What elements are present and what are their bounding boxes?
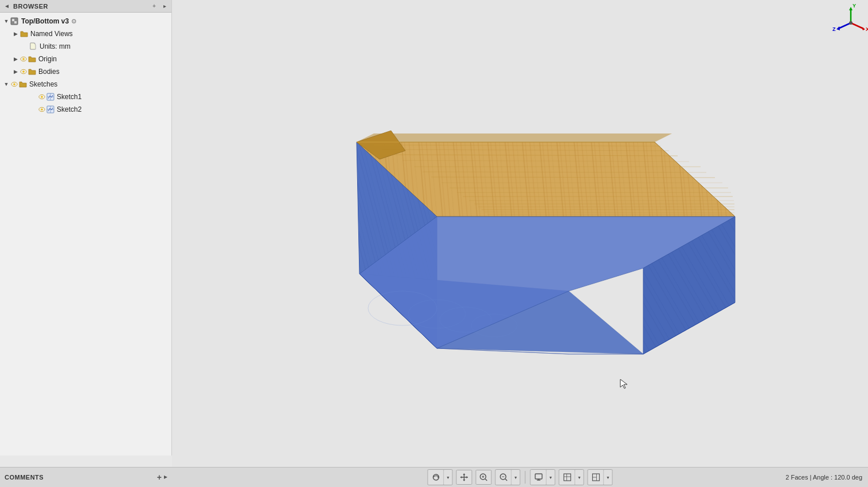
fit-button[interactable]: [496, 470, 512, 485]
svg-text:Y: Y: [853, 3, 856, 9]
fit-dropdown-arrow[interactable]: ▼: [512, 470, 520, 485]
units-doc-icon: [29, 42, 38, 50]
origin-eye-icon[interactable]: [19, 55, 28, 63]
origin-folder-icon: [28, 55, 37, 63]
toolbar-center: ▼: [427, 469, 614, 485]
sketch2-sketch-icon: [46, 105, 55, 113]
comments-add-icon[interactable]: +: [157, 473, 162, 482]
bodies-arrow[interactable]: [11, 68, 19, 76]
root-label: Top/Bottom v3: [21, 17, 69, 25]
bodies-folder-icon: [28, 68, 37, 76]
tree-item-sketch1[interactable]: Sketch1: [0, 91, 171, 103]
svg-line-70: [838, 23, 851, 29]
svg-rect-2: [14, 21, 17, 23]
origin-label: Origin: [38, 55, 57, 63]
svg-marker-78: [460, 476, 462, 478]
bottom-toolbar: ▼: [172, 467, 868, 487]
sketches-eye-icon[interactable]: [10, 80, 18, 88]
sketch2-label: Sketch2: [57, 105, 81, 113]
svg-text:Z: Z: [832, 26, 836, 32]
orbit-button[interactable]: [428, 470, 444, 485]
browser-title: BROWSER: [13, 3, 48, 10]
browser-header-actions: + ▸: [150, 2, 169, 10]
browser-panel: ◄ BROWSER + ▸ Top/Bottom v3 ⚙: [0, 0, 172, 455]
svg-line-67: [851, 23, 863, 29]
tree-item-named-views[interactable]: Named Views: [0, 28, 171, 40]
browser-tree: Top/Bottom v3 ⚙ Named Views: [0, 13, 171, 118]
pan-button[interactable]: [456, 470, 472, 485]
browser-menu-icon[interactable]: ▸: [161, 2, 169, 10]
svg-point-7: [22, 70, 25, 73]
sketch1-sketch-icon: [46, 93, 55, 101]
tree-item-sketch2[interactable]: Sketch2: [0, 103, 171, 116]
tree-item-units: Units: mm: [0, 40, 171, 53]
sketches-label: Sketches: [29, 80, 57, 88]
toolbar-right: 2 Faces | Angle : 120.0 deg: [785, 474, 862, 481]
comments-options-icon[interactable]: ▸: [164, 473, 167, 482]
fit-btn-group: ▼: [495, 469, 521, 485]
root-icon: [10, 17, 18, 25]
layout-btn-group: ▼: [588, 469, 613, 485]
grid-dropdown[interactable]: ▼: [576, 470, 584, 485]
named-views-arrow[interactable]: [11, 30, 19, 38]
model-container: [236, 62, 752, 406]
svg-point-5: [22, 58, 25, 60]
svg-text:X: X: [866, 26, 868, 32]
sketch1-label: Sketch1: [57, 93, 81, 101]
svg-marker-76: [463, 473, 466, 475]
svg-point-11: [41, 96, 43, 98]
browser-add-icon[interactable]: +: [150, 2, 158, 10]
browser-header: ◄ BROWSER + ▸: [0, 0, 171, 13]
svg-rect-1: [12, 19, 14, 21]
root-settings-icon[interactable]: ⚙: [71, 18, 77, 25]
root-expand-arrow[interactable]: [2, 17, 10, 25]
browser-collapse-icon[interactable]: ◄: [3, 2, 11, 10]
orbit-btn-group: ▼: [428, 469, 453, 485]
model-svg: [236, 62, 752, 406]
named-views-label: Named Views: [30, 30, 73, 38]
sketches-folder-icon: [18, 80, 28, 88]
svg-marker-37: [357, 133, 672, 142]
comments-panel: COMMENTS + ▸: [0, 467, 172, 487]
svg-point-9: [13, 83, 15, 85]
units-label: Units: mm: [40, 42, 71, 50]
sketch2-eye-icon[interactable]: [38, 105, 46, 113]
svg-marker-79: [467, 476, 468, 478]
viewport[interactable]: Y X Z: [172, 0, 868, 467]
svg-rect-87: [535, 474, 542, 479]
zoom-button[interactable]: [476, 470, 492, 485]
svg-line-81: [486, 479, 487, 481]
bodies-label: Bodies: [38, 68, 60, 76]
browser-header-left: ◄ BROWSER: [3, 2, 48, 10]
display-mode-dropdown[interactable]: ▼: [547, 470, 555, 485]
comments-actions: + ▸: [157, 473, 167, 482]
bodies-eye-icon[interactable]: [19, 68, 28, 76]
svg-point-73: [849, 21, 853, 25]
svg-point-16: [41, 108, 43, 111]
orientation-cube[interactable]: Y X Z: [831, 3, 865, 37]
tree-item-sketches[interactable]: Sketches: [0, 78, 171, 91]
display-mode-group: ▼: [530, 469, 556, 485]
orbit-dropdown-arrow[interactable]: ▼: [444, 470, 452, 485]
named-views-folder-icon: [19, 30, 29, 38]
svg-line-85: [505, 479, 507, 481]
svg-marker-77: [463, 480, 466, 481]
sketches-arrow[interactable]: [2, 80, 10, 88]
comments-label: COMMENTS: [5, 474, 44, 481]
tree-item-root[interactable]: Top/Bottom v3 ⚙: [0, 15, 171, 28]
svg-marker-71: [836, 26, 840, 30]
grid-btn-group: ▼: [559, 469, 584, 485]
grid-button[interactable]: [560, 470, 576, 485]
status-text: 2 Faces | Angle : 120.0 deg: [785, 474, 862, 481]
origin-arrow[interactable]: [11, 55, 19, 63]
sketch1-eye-icon[interactable]: [38, 93, 46, 101]
tree-item-bodies[interactable]: Bodies: [0, 65, 171, 78]
toolbar-separator: [525, 471, 526, 484]
tree-item-origin[interactable]: Origin: [0, 53, 171, 65]
svg-rect-90: [564, 474, 570, 481]
layout-button[interactable]: [588, 470, 604, 485]
display-mode-button[interactable]: [531, 470, 547, 485]
layout-dropdown[interactable]: ▼: [604, 470, 612, 485]
